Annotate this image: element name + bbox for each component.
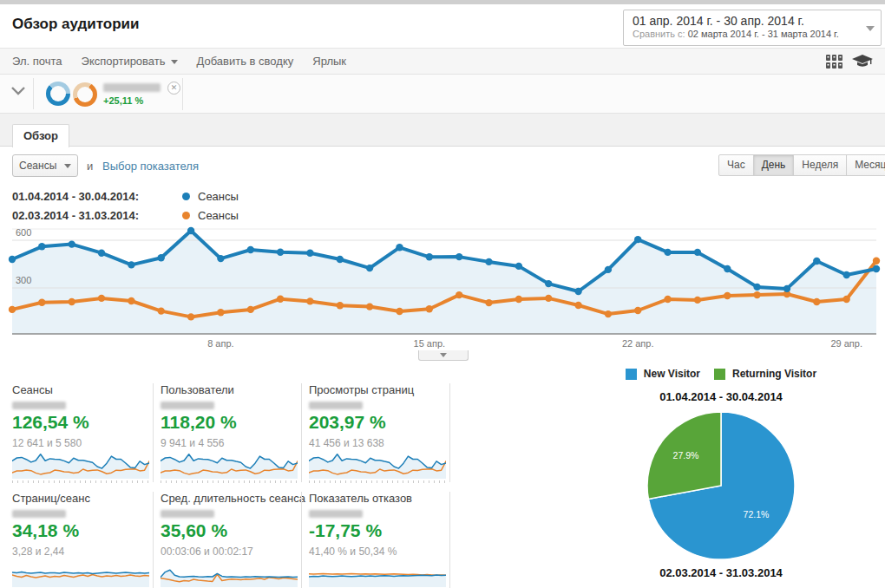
card-values: 41 456 и 13 638 xyxy=(309,437,384,449)
divider xyxy=(153,492,154,588)
sparkline xyxy=(309,561,446,587)
email-button[interactable]: Эл. почта xyxy=(12,55,62,68)
apps-grid-icon[interactable] xyxy=(826,55,843,69)
legend-dot-blue xyxy=(182,193,190,200)
segment-name-redacted xyxy=(161,510,214,518)
svg-text:600: 600 xyxy=(16,227,31,238)
close-icon[interactable]: ✕ xyxy=(167,82,180,95)
header: Обзор аудитории 01 апр. 2014 г. - 30 апр… xyxy=(0,4,885,48)
segment-bar xyxy=(0,75,885,114)
divider xyxy=(301,492,302,588)
granularity-day-button[interactable]: День xyxy=(753,154,795,176)
svg-text:29 апр.: 29 апр. xyxy=(830,338,862,349)
pie-legend: New Visitor Returning Visitor xyxy=(555,368,885,380)
segment-name-redacted xyxy=(12,402,66,409)
add-to-dashboard-button[interactable]: Добавить в сводку xyxy=(197,55,294,68)
sparkline-ticks xyxy=(161,480,298,483)
divider xyxy=(182,78,183,110)
card-title: Сред. длительность сеанса xyxy=(161,492,299,505)
tab-row xyxy=(0,114,885,146)
sparkline xyxy=(12,561,149,587)
card-title: Страниц/сеанс xyxy=(12,492,151,505)
card-title: Показатель отказов xyxy=(309,492,448,505)
education-cap-icon[interactable] xyxy=(852,54,873,69)
divider xyxy=(301,383,302,482)
export-button[interactable]: Экспортировать xyxy=(82,55,178,68)
card-values: 41,40 % и 50,34 % xyxy=(309,546,397,558)
legend-dot-orange xyxy=(182,212,190,219)
metric-dropdown-value: Сеансы xyxy=(19,160,56,172)
divider xyxy=(33,78,34,109)
pie-title-current-period: 01.04.2014 - 30.04.2014 xyxy=(555,390,885,403)
metric-card-avg-session-duration[interactable]: Сред. длительность сеанса 35,60 % 00:03:… xyxy=(161,492,299,588)
segment-name-redacted xyxy=(103,83,161,92)
granularity-hour-button[interactable]: Час xyxy=(718,154,754,176)
legend-swatch-returning-visitor xyxy=(714,369,725,380)
chevron-down-icon xyxy=(64,164,71,168)
card-percent-change: 34,18 % xyxy=(12,520,79,541)
divider xyxy=(153,383,154,482)
chevron-down-icon[interactable] xyxy=(11,87,25,95)
legend-series-label: Сеансы xyxy=(198,209,239,222)
metric-card-users[interactable]: Пользователи 118,20 % 9 941 и 4 556 xyxy=(161,383,299,484)
chart-legend-row: 02.03.2014 - 31.03.2014: Сеансы xyxy=(12,209,239,222)
card-percent-change: 118,20 % xyxy=(161,412,237,433)
select-metric-link[interactable]: Выбор показателя xyxy=(102,160,199,173)
shortcut-button[interactable]: Ярлык xyxy=(312,55,346,68)
card-values: 3,28 и 2,44 xyxy=(12,546,64,558)
segment-name-redacted xyxy=(309,510,363,518)
toolbar-icons xyxy=(826,54,873,69)
sessions-line-chart[interactable]: 3006008 апр.15 апр.22 апр.29 апр. xyxy=(0,224,885,351)
card-percent-change: 203,97 % xyxy=(309,412,386,433)
granularity-month-button[interactable]: Месяц xyxy=(846,154,885,176)
visitor-type-pie-chart[interactable]: 72.1%27.9% xyxy=(645,409,797,562)
chevron-down-icon[interactable] xyxy=(866,26,875,31)
svg-text:72.1%: 72.1% xyxy=(744,509,770,519)
granularity-week-button[interactable]: Неделя xyxy=(793,154,847,176)
metric-card-pages-per-session[interactable]: Страниц/сеанс 34,18 % 3,28 и 2,44 xyxy=(12,492,151,588)
svg-text:22 апр.: 22 апр. xyxy=(622,338,654,349)
card-percent-change: 126,54 % xyxy=(12,412,89,433)
legend-range: 01.04.2014 - 30.04.2014: xyxy=(12,190,182,203)
date-range-selector[interactable]: 01 апр. 2014 г. - 30 апр. 2014 г. Сравни… xyxy=(623,10,882,46)
chart-collapse-handle[interactable] xyxy=(418,350,469,361)
tab-overview[interactable]: Обзор xyxy=(12,124,69,147)
segment-delta: +25,11 % xyxy=(103,95,143,106)
legend-series-label: Сеансы xyxy=(198,190,239,203)
chart-legend-row: 01.04.2014 - 30.04.2014: Сеансы xyxy=(12,190,239,203)
page-title: Обзор аудитории xyxy=(12,16,140,33)
svg-text:15 апр.: 15 апр. xyxy=(414,338,446,349)
sparkline-ticks xyxy=(309,480,446,483)
segment-donut-blue xyxy=(46,82,70,106)
pie-title-compare-period: 02.03.2014 - 31.03.2014 xyxy=(555,566,885,579)
svg-text:8 апр.: 8 апр. xyxy=(207,338,233,349)
legend-swatch-new-visitor xyxy=(626,369,637,380)
card-values: 00:03:06 и 00:02:17 xyxy=(161,546,253,558)
conjunction-label: и xyxy=(87,160,93,173)
date-range-primary: 01 апр. 2014 г. - 30 апр. 2014 г. xyxy=(633,14,860,28)
card-title: Сеансы xyxy=(12,383,151,396)
divider xyxy=(449,383,450,482)
legend-label-returning-visitor: Returning Visitor xyxy=(732,368,816,380)
toolbar: Эл. почта Экспортировать Добавить в свод… xyxy=(0,48,885,75)
svg-text:300: 300 xyxy=(16,275,31,285)
legend-label-new-visitor: New Visitor xyxy=(644,368,700,380)
card-title: Пользователи xyxy=(161,383,299,396)
export-label: Экспортировать xyxy=(82,55,166,68)
metric-dropdown[interactable]: Сеансы xyxy=(12,154,78,177)
date-range-compare: Сравнить с: 02 марта 2014 г. - 31 марта … xyxy=(633,29,860,39)
compare-range: 02 марта 2014 г. - 31 марта 2014 г. xyxy=(688,29,839,39)
metric-card-sessions[interactable]: Сеансы 126,54 % 12 641 и 5 580 xyxy=(12,383,151,484)
card-title: Просмотры страниц xyxy=(309,383,448,396)
sparkline-ticks xyxy=(12,480,149,483)
card-values: 12 641 и 5 580 xyxy=(12,437,82,449)
svg-text:27.9%: 27.9% xyxy=(673,450,699,461)
metric-card-bounce-rate[interactable]: Показатель отказов -17,75 % 41,40 % и 50… xyxy=(309,492,448,588)
metric-card-pageviews[interactable]: Просмотры страниц 203,97 % 41 456 и 13 6… xyxy=(309,383,448,484)
divider xyxy=(449,492,450,588)
sparkline xyxy=(309,453,446,479)
compare-label: Сравнить с: xyxy=(633,29,685,39)
sparkline xyxy=(161,453,298,479)
chevron-down-icon xyxy=(171,60,178,64)
sparkline xyxy=(161,561,298,587)
